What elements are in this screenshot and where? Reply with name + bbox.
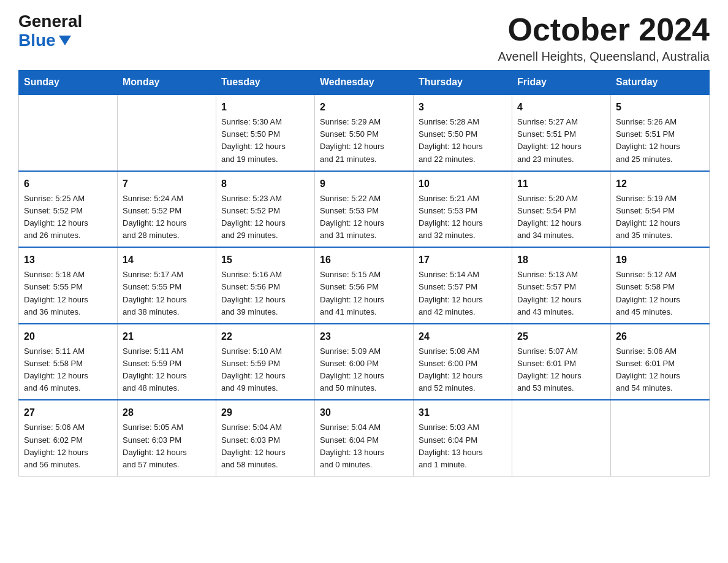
calendar-table: SundayMondayTuesdayWednesdayThursdayFrid…	[18, 70, 710, 477]
calendar-cell: 2Sunrise: 5:29 AM Sunset: 5:50 PM Daylig…	[315, 94, 414, 171]
logo-blue-text: Blue	[18, 31, 71, 50]
month-title: October 2024	[498, 12, 710, 47]
calendar-cell	[611, 400, 710, 476]
calendar-cell: 26Sunrise: 5:06 AM Sunset: 6:01 PM Dayli…	[611, 324, 710, 400]
calendar-cell: 29Sunrise: 5:04 AM Sunset: 6:03 PM Dayli…	[216, 400, 315, 476]
day-number: 13	[24, 253, 112, 267]
day-info: Sunrise: 5:26 AM Sunset: 5:51 PM Dayligh…	[616, 117, 680, 163]
calendar-header: SundayMondayTuesdayWednesdayThursdayFrid…	[19, 71, 710, 95]
day-info: Sunrise: 5:08 AM Sunset: 6:00 PM Dayligh…	[419, 347, 483, 393]
calendar-cell: 5Sunrise: 5:26 AM Sunset: 5:51 PM Daylig…	[611, 94, 710, 171]
calendar-week-4: 20Sunrise: 5:11 AM Sunset: 5:58 PM Dayli…	[19, 324, 710, 400]
calendar-cell: 22Sunrise: 5:10 AM Sunset: 5:59 PM Dayli…	[216, 324, 315, 400]
calendar-cell: 17Sunrise: 5:14 AM Sunset: 5:57 PM Dayli…	[414, 247, 512, 324]
day-info: Sunrise: 5:05 AM Sunset: 6:03 PM Dayligh…	[123, 423, 187, 469]
day-info: Sunrise: 5:04 AM Sunset: 6:03 PM Dayligh…	[221, 423, 286, 469]
day-number: 18	[517, 253, 605, 267]
day-info: Sunrise: 5:21 AM Sunset: 5:53 PM Dayligh…	[419, 194, 483, 240]
calendar-week-2: 6Sunrise: 5:25 AM Sunset: 5:52 PM Daylig…	[19, 171, 710, 248]
calendar-week-1: 1Sunrise: 5:30 AM Sunset: 5:50 PM Daylig…	[19, 94, 710, 171]
day-info: Sunrise: 5:18 AM Sunset: 5:55 PM Dayligh…	[24, 270, 88, 316]
day-info: Sunrise: 5:20 AM Sunset: 5:54 PM Dayligh…	[517, 194, 582, 240]
calendar-cell	[118, 94, 216, 171]
calendar-cell: 23Sunrise: 5:09 AM Sunset: 6:00 PM Dayli…	[315, 324, 414, 400]
day-number: 1	[221, 100, 309, 115]
calendar-cell: 20Sunrise: 5:11 AM Sunset: 5:58 PM Dayli…	[19, 324, 118, 400]
weekday-header-tuesday: Tuesday	[216, 71, 315, 95]
day-info: Sunrise: 5:03 AM Sunset: 6:04 PM Dayligh…	[419, 423, 483, 469]
calendar-week-5: 27Sunrise: 5:06 AM Sunset: 6:02 PM Dayli…	[19, 400, 710, 476]
calendar-cell: 19Sunrise: 5:12 AM Sunset: 5:58 PM Dayli…	[611, 247, 710, 324]
page-header: General Blue October 2024 Avenell Height…	[18, 12, 710, 64]
day-number: 26	[616, 329, 704, 344]
day-number: 4	[517, 100, 605, 115]
calendar-cell: 24Sunrise: 5:08 AM Sunset: 6:00 PM Dayli…	[414, 324, 512, 400]
day-number: 19	[616, 253, 704, 267]
weekday-header-thursday: Thursday	[414, 71, 512, 95]
day-info: Sunrise: 5:04 AM Sunset: 6:04 PM Dayligh…	[320, 423, 384, 469]
day-info: Sunrise: 5:29 AM Sunset: 5:50 PM Dayligh…	[320, 117, 384, 163]
day-info: Sunrise: 5:09 AM Sunset: 6:00 PM Dayligh…	[320, 347, 384, 393]
day-number: 30	[320, 405, 408, 420]
day-info: Sunrise: 5:16 AM Sunset: 5:56 PM Dayligh…	[221, 270, 286, 316]
title-block: October 2024 Avenell Heights, Queensland…	[498, 12, 710, 64]
calendar-cell: 27Sunrise: 5:06 AM Sunset: 6:02 PM Dayli…	[19, 400, 118, 476]
weekday-row: SundayMondayTuesdayWednesdayThursdayFrid…	[19, 71, 710, 95]
day-info: Sunrise: 5:15 AM Sunset: 5:56 PM Dayligh…	[320, 270, 384, 316]
day-number: 25	[517, 329, 605, 344]
day-info: Sunrise: 5:11 AM Sunset: 5:58 PM Dayligh…	[24, 347, 88, 393]
logo-triangle-icon	[59, 36, 71, 45]
calendar-cell	[19, 94, 118, 171]
day-number: 17	[419, 253, 507, 267]
day-number: 5	[616, 100, 704, 115]
day-info: Sunrise: 5:06 AM Sunset: 6:02 PM Dayligh…	[24, 423, 88, 469]
day-info: Sunrise: 5:10 AM Sunset: 5:59 PM Dayligh…	[221, 347, 286, 393]
calendar-cell: 4Sunrise: 5:27 AM Sunset: 5:51 PM Daylig…	[512, 94, 611, 171]
day-number: 8	[221, 177, 309, 191]
calendar-cell: 13Sunrise: 5:18 AM Sunset: 5:55 PM Dayli…	[19, 247, 118, 324]
weekday-header-saturday: Saturday	[611, 71, 710, 95]
day-number: 7	[123, 177, 211, 191]
day-info: Sunrise: 5:07 AM Sunset: 6:01 PM Dayligh…	[517, 347, 582, 393]
day-number: 11	[517, 177, 605, 191]
day-number: 22	[221, 329, 309, 344]
day-number: 27	[24, 405, 112, 420]
calendar-cell: 7Sunrise: 5:24 AM Sunset: 5:52 PM Daylig…	[118, 171, 216, 248]
day-number: 23	[320, 329, 408, 344]
day-info: Sunrise: 5:13 AM Sunset: 5:57 PM Dayligh…	[517, 270, 582, 316]
weekday-header-monday: Monday	[118, 71, 216, 95]
day-info: Sunrise: 5:23 AM Sunset: 5:52 PM Dayligh…	[221, 194, 286, 240]
calendar-cell: 8Sunrise: 5:23 AM Sunset: 5:52 PM Daylig…	[216, 171, 315, 248]
calendar-body: 1Sunrise: 5:30 AM Sunset: 5:50 PM Daylig…	[19, 94, 710, 476]
day-number: 9	[320, 177, 408, 191]
calendar-cell: 12Sunrise: 5:19 AM Sunset: 5:54 PM Dayli…	[611, 171, 710, 248]
day-info: Sunrise: 5:11 AM Sunset: 5:59 PM Dayligh…	[123, 347, 187, 393]
day-number: 28	[123, 405, 211, 420]
day-number: 20	[24, 329, 112, 344]
day-number: 12	[616, 177, 704, 191]
day-info: Sunrise: 5:24 AM Sunset: 5:52 PM Dayligh…	[123, 194, 187, 240]
day-number: 2	[320, 100, 408, 115]
day-info: Sunrise: 5:28 AM Sunset: 5:50 PM Dayligh…	[419, 117, 483, 163]
calendar-cell: 21Sunrise: 5:11 AM Sunset: 5:59 PM Dayli…	[118, 324, 216, 400]
day-number: 3	[419, 100, 507, 115]
calendar-cell: 25Sunrise: 5:07 AM Sunset: 6:01 PM Dayli…	[512, 324, 611, 400]
day-info: Sunrise: 5:06 AM Sunset: 6:01 PM Dayligh…	[616, 347, 680, 393]
calendar-cell: 1Sunrise: 5:30 AM Sunset: 5:50 PM Daylig…	[216, 94, 315, 171]
day-info: Sunrise: 5:14 AM Sunset: 5:57 PM Dayligh…	[419, 270, 483, 316]
calendar-cell	[512, 400, 611, 476]
day-number: 15	[221, 253, 309, 267]
day-number: 24	[419, 329, 507, 344]
day-number: 14	[123, 253, 211, 267]
calendar-cell: 31Sunrise: 5:03 AM Sunset: 6:04 PM Dayli…	[414, 400, 512, 476]
location-subtitle: Avenell Heights, Queensland, Australia	[498, 50, 710, 64]
day-number: 10	[419, 177, 507, 191]
calendar-cell: 15Sunrise: 5:16 AM Sunset: 5:56 PM Dayli…	[216, 247, 315, 324]
calendar-cell: 18Sunrise: 5:13 AM Sunset: 5:57 PM Dayli…	[512, 247, 611, 324]
calendar-cell: 16Sunrise: 5:15 AM Sunset: 5:56 PM Dayli…	[315, 247, 414, 324]
calendar-cell: 30Sunrise: 5:04 AM Sunset: 6:04 PM Dayli…	[315, 400, 414, 476]
logo: General Blue	[18, 12, 82, 50]
day-number: 16	[320, 253, 408, 267]
day-info: Sunrise: 5:27 AM Sunset: 5:51 PM Dayligh…	[517, 117, 582, 163]
day-info: Sunrise: 5:19 AM Sunset: 5:54 PM Dayligh…	[616, 194, 680, 240]
